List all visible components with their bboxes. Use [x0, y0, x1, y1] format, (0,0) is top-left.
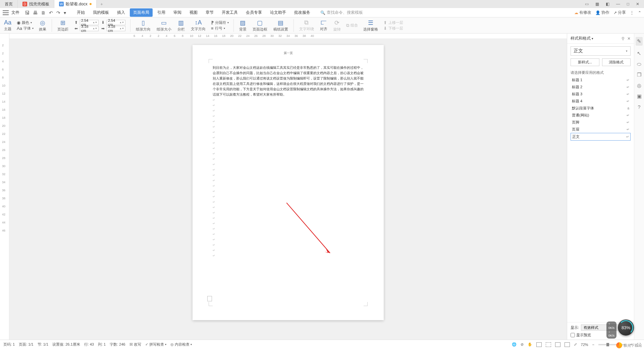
new-style-button[interactable]: 新样式...	[571, 58, 599, 66]
ribbon-tab-11[interactable]: 批改服务	[291, 8, 314, 17]
target-icon[interactable]: ◎	[637, 83, 641, 89]
status-page[interactable]: 页码: 1	[3, 342, 15, 347]
more-icon[interactable]: ⋮	[630, 10, 634, 15]
status-dash-icon[interactable]: ⊘	[521, 342, 524, 347]
style-item[interactable]: 标题 1↵	[571, 77, 631, 84]
columns-button[interactable]: ▥分栏	[177, 19, 185, 32]
style-item[interactable]: 页眉↵	[571, 126, 631, 133]
ribbon-tab-8[interactable]: 开发工具	[218, 8, 241, 17]
background-button[interactable]: ▨背景	[238, 19, 247, 32]
performance-gauge[interactable]: 83% ↑ 0K/s↓ 0K/s	[618, 319, 634, 336]
print-icon[interactable]: 🖶	[33, 10, 38, 15]
zoom-out-icon[interactable]: −	[592, 343, 594, 347]
style-item[interactable]: 标题 2↵	[571, 84, 631, 91]
command-search[interactable]: 🔍 查找命令、搜索模板	[320, 10, 363, 15]
color-button[interactable]: ◉颜色▾	[17, 20, 34, 25]
ribbon-tab-4[interactable]: 引用	[154, 8, 169, 17]
undo-icon[interactable]: ↶	[49, 10, 53, 15]
view-read-icon[interactable]	[565, 342, 570, 347]
layout-icon[interactable]: ▭	[584, 1, 590, 7]
tab-add[interactable]: ＋	[97, 0, 107, 8]
ribbon-tab-2[interactable]: 插入	[114, 8, 128, 17]
vertical-ruler[interactable]: 2246810121416182022242628303234363840424…	[0, 34, 9, 340]
align-button[interactable]: ⫍对齐	[319, 19, 328, 32]
status-content[interactable]: ◎内容检查▾	[170, 342, 192, 347]
layers-icon[interactable]: ❐	[637, 72, 641, 78]
paper-settings-button[interactable]: ▤稿纸设置	[273, 19, 289, 32]
orientation-button[interactable]: ▯纸张方向	[135, 19, 151, 32]
breaks-button[interactable]: ⁋分隔符▾	[211, 20, 229, 25]
ribbon-tab-1[interactable]: 我的模板	[90, 8, 112, 17]
paper-size-button[interactable]: ▭纸张大小	[156, 19, 172, 32]
style-item[interactable]: 普通(网站)↵	[571, 112, 631, 119]
status-col[interactable]: 列: 1	[98, 342, 106, 347]
ribbon-tab-6[interactable]: 视图	[186, 8, 201, 17]
margin-left-input[interactable]: 3.18 cm▲▼	[80, 26, 99, 31]
margin-right-input[interactable]: 3.18 cm▲▼	[107, 26, 125, 31]
book-icon[interactable]: ▣	[637, 93, 642, 99]
style-item[interactable]: 页脚↵	[571, 119, 631, 126]
hamburger-icon[interactable]	[3, 10, 9, 15]
status-hand-icon[interactable]: ✋	[528, 342, 532, 347]
status-row[interactable]: 行: 43	[84, 342, 94, 347]
text-direction-button[interactable]: ↕A文字方向	[190, 19, 206, 32]
current-style-selector[interactable]: 正文▾	[571, 46, 631, 56]
tab-template[interactable]: D 找壳壳模板	[18, 0, 54, 8]
status-track[interactable]: ☒改写	[129, 342, 141, 347]
view-web-icon[interactable]	[555, 342, 560, 347]
save-icon[interactable]: 🖫	[25, 10, 30, 15]
redo-icon[interactable]: ↷	[56, 10, 60, 15]
page-border-button[interactable]: ▢页面边框	[252, 19, 268, 32]
line-number-button[interactable]: ≡行号▾	[211, 26, 229, 31]
status-section[interactable]: 节: 1/1	[38, 342, 48, 347]
style-item[interactable]: 标题 3↵	[571, 91, 631, 98]
fit-icon[interactable]: ⤢	[574, 342, 577, 347]
share-button[interactable]: ↗分享	[613, 10, 626, 15]
style-item[interactable]: 默认段落字体a	[571, 105, 631, 112]
page-margin-button[interactable]: ⊞页边距	[57, 19, 69, 32]
document-page[interactable]: 第一页 到目前为止，大家对金山文档这款在线编辑工具其实已经是非常熟悉的了，其实可…	[193, 45, 384, 320]
status-setval[interactable]: 设置值: 26.1厘米	[52, 342, 80, 347]
shapes-icon[interactable]: ⬭	[637, 61, 641, 67]
view-print-icon[interactable]	[536, 342, 542, 347]
document-canvas[interactable]: 第一页 到目前为止，大家对金山文档这款在线编辑工具其实已经是非常熟悉的了，其实可…	[9, 39, 567, 340]
minimize-icon[interactable]: —	[615, 1, 622, 7]
select-icon[interactable]: ↖	[637, 50, 641, 56]
selection-pane-button[interactable]: ☰选择窗格	[363, 19, 379, 32]
pin-icon[interactable]: ⚲	[622, 36, 625, 41]
pencil-icon[interactable]: ✎	[636, 37, 643, 46]
panel-close-icon[interactable]: ✕	[627, 36, 631, 41]
collapse-ribbon-icon[interactable]: ⌃	[638, 10, 641, 15]
horizontal-ruler[interactable]: 642246810121416182022242628303234363840	[9, 34, 567, 39]
skin-icon[interactable]: ◧	[604, 1, 611, 7]
font-button[interactable]: Aa字体▾	[17, 26, 34, 31]
zoom-value[interactable]: 72%	[581, 343, 588, 347]
status-pages[interactable]: 页面: 1/1	[19, 342, 33, 347]
theme-button[interactable]: Aa主题	[3, 19, 12, 32]
ribbon-tab-3[interactable]: 页面布局	[130, 8, 153, 17]
view-outline-icon[interactable]	[546, 342, 551, 347]
style-item[interactable]: 标题 4↵	[571, 98, 631, 105]
tab-document[interactable]: W 盼望着.docx	[54, 0, 97, 8]
tab-home[interactable]: 首页	[0, 0, 18, 8]
collaborate-button[interactable]: 👤协作	[595, 10, 609, 15]
style-item[interactable]: 正文↵	[571, 133, 631, 141]
document-body-text[interactable]: 到目前为止，大家对金山文档这款在线编辑工具其实已经是非常熟悉的了，其实可能在操作…	[213, 65, 364, 97]
section-icon[interactable]	[207, 296, 212, 301]
status-globe-icon[interactable]: 🌐	[512, 342, 517, 347]
close-icon[interactable]: ✕	[635, 1, 641, 7]
qat-dropdown-icon[interactable]: ▾	[64, 10, 66, 15]
maximize-icon[interactable]: □	[626, 1, 631, 7]
status-spell[interactable]: ✓拼写检查▾	[145, 342, 166, 347]
ribbon-tab-0[interactable]: 开始	[73, 8, 88, 17]
effect-button[interactable]: ◎效果	[38, 19, 47, 32]
file-menu[interactable]: 文件	[11, 10, 19, 15]
ribbon-tab-7[interactable]: 章节	[202, 8, 217, 17]
help-icon[interactable]: ?	[638, 104, 640, 110]
ribbon-tab-9[interactable]: 会员专享	[243, 8, 265, 17]
grid-icon[interactable]: ▦	[594, 1, 600, 7]
print-preview-icon[interactable]: 🗎	[41, 10, 46, 15]
ribbon-tab-5[interactable]: 审阅	[170, 8, 185, 17]
status-words[interactable]: 字数: 246	[110, 342, 125, 347]
ribbon-tab-10[interactable]: 论文助手	[267, 8, 289, 17]
